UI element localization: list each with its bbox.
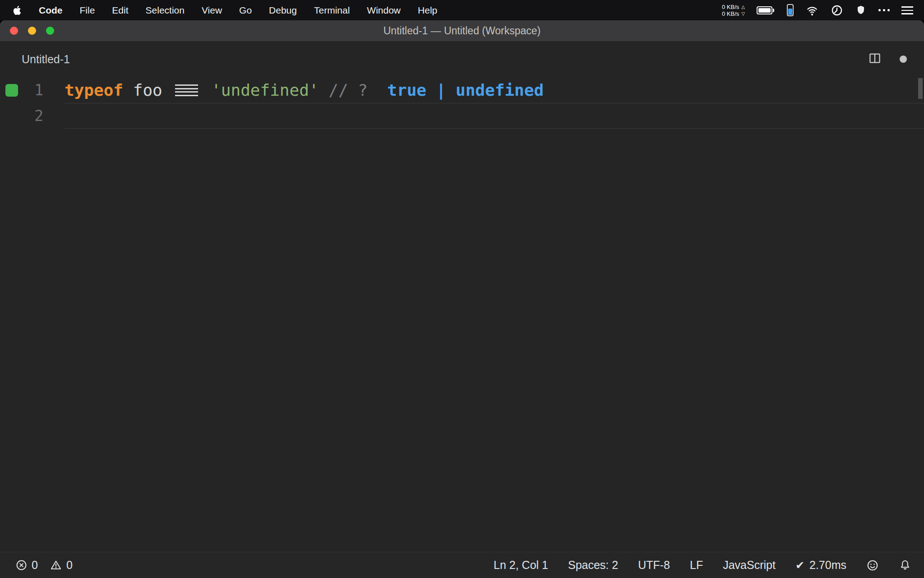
menu-item-file[interactable]: File	[80, 5, 95, 16]
clock-icon[interactable]	[831, 4, 843, 17]
menu-item-help[interactable]: Help	[418, 5, 437, 16]
menu-item-debug[interactable]: Debug	[269, 5, 297, 16]
code-editor[interactable]: 1 typeof foo 'undefined' // ? true | und…	[0, 77, 924, 552]
apple-menu-icon[interactable]	[13, 5, 22, 16]
token-result-undefined: undefined	[456, 81, 544, 99]
code-line-1[interactable]: 1 typeof foo 'undefined' // ? true | und…	[0, 77, 924, 103]
error-count: 0	[32, 559, 38, 572]
menu-item-view[interactable]: View	[202, 5, 222, 16]
status-bar-right: Ln 2, Col 1 Spaces: 2 UTF-8 LF JavaScrip…	[494, 559, 911, 572]
close-window-button[interactable]	[10, 27, 18, 35]
check-icon: ✔	[795, 559, 804, 572]
indentation-setting[interactable]: Spaces: 2	[568, 559, 618, 572]
menu-list-icon[interactable]	[901, 6, 913, 14]
screen: Code File Edit Selection View Go Debug T…	[0, 0, 924, 578]
warning-icon	[50, 559, 62, 571]
network-speed-indicator[interactable]: 0 KB/s△ 0 KB/s▽	[722, 4, 745, 17]
tab-untitled-1[interactable]: Untitled-1	[22, 53, 70, 66]
menu-item-selection[interactable]: Selection	[146, 5, 185, 16]
token-gap	[368, 81, 387, 99]
problems-warnings[interactable]: 0	[50, 559, 73, 572]
minimize-window-button[interactable]	[28, 27, 36, 35]
download-speed: 0 KB/s	[722, 10, 739, 17]
error-icon	[15, 559, 28, 571]
shield-icon[interactable]	[855, 4, 867, 17]
line-number-1[interactable]: 1	[18, 81, 43, 99]
window-titlebar: Untitled-1 — Untitled (Workspace)	[0, 20, 924, 41]
token-result-true: true	[387, 81, 426, 99]
upload-triangle-icon: △	[741, 4, 745, 10]
wifi-icon[interactable]	[805, 5, 819, 16]
window-title: Untitled-1 — Untitled (Workspace)	[383, 25, 541, 37]
editor-group-header: Untitled-1	[0, 41, 924, 77]
warning-count: 0	[66, 559, 73, 572]
menu-bar-left: Code File Edit Selection View Go Debug T…	[13, 5, 437, 16]
menu-item-go[interactable]: Go	[239, 5, 252, 16]
code-content-line-1: typeof foo 'undefined' // ? true | undef…	[43, 81, 544, 99]
token-result-pipe: |	[426, 81, 456, 99]
token-space	[201, 81, 211, 99]
battery-icon[interactable]	[757, 6, 775, 14]
macos-menu-bar: Code File Edit Selection View Go Debug T…	[0, 0, 924, 20]
editor-actions	[868, 51, 907, 67]
upload-speed: 0 KB/s	[722, 4, 739, 10]
cursor-position[interactable]: Ln 2, Col 1	[494, 559, 548, 572]
feedback-smiley-icon[interactable]	[866, 559, 879, 572]
code-line-2[interactable]: 2	[0, 103, 924, 129]
device-battery-icon[interactable]	[787, 4, 794, 16]
menu-bar-status-icons: 0 KB/s△ 0 KB/s▽	[722, 4, 913, 17]
split-editor-icon[interactable]	[868, 51, 882, 67]
token-string-undefined: 'undefined'	[211, 81, 319, 99]
language-mode[interactable]: JavaScript	[723, 559, 776, 572]
download-triangle-icon: ▽	[741, 10, 745, 17]
more-dots-icon[interactable]	[878, 9, 890, 11]
menu-item-terminal[interactable]: Terminal	[314, 5, 350, 16]
menu-item-edit[interactable]: Edit	[112, 5, 128, 16]
notifications-bell-icon[interactable]	[899, 559, 911, 572]
token-keyword-typeof: typeof	[65, 81, 123, 99]
status-bar: 0 0 Ln 2, Col 1 Spaces: 2 UTF-8 LF JavaS…	[0, 552, 924, 578]
quokka-performance[interactable]: ✔2.70ms	[795, 559, 846, 572]
token-comment-marker: // ?	[319, 81, 368, 99]
editor-scrollbar-thumb[interactable]	[918, 78, 923, 99]
app-menu-code[interactable]: Code	[39, 5, 63, 16]
token-identifier-foo: foo	[123, 81, 172, 99]
eol-setting[interactable]: LF	[690, 559, 703, 572]
perf-value: 2.70ms	[809, 559, 846, 572]
dirty-indicator-dot[interactable]	[900, 56, 907, 63]
quokka-coverage-indicator	[5, 84, 18, 97]
gutter-line-2[interactable]: 2	[0, 107, 43, 125]
line-number-2[interactable]: 2	[18, 107, 43, 125]
traffic-lights	[10, 20, 54, 41]
zoom-window-button[interactable]	[46, 27, 54, 35]
gutter-line-1[interactable]: 1	[0, 81, 43, 99]
strict-equals-ligature-icon	[172, 84, 201, 96]
menu-item-window[interactable]: Window	[367, 5, 401, 16]
status-bar-left: 0 0	[15, 559, 73, 572]
encoding-setting[interactable]: UTF-8	[638, 559, 670, 572]
apple-icon	[13, 5, 22, 16]
problems-errors[interactable]: 0	[15, 559, 38, 572]
